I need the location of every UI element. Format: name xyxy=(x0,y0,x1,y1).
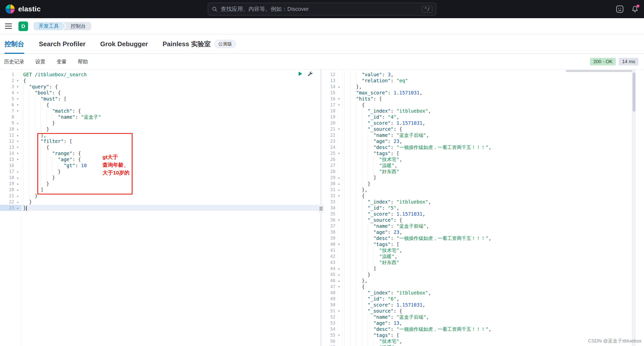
code-line[interactable]: 14▴}, xyxy=(321,84,632,90)
code-line[interactable]: 19▴} xyxy=(0,181,321,187)
code-line[interactable]: 14▾"range": { xyxy=(0,150,321,156)
code-line[interactable]: 16"gt": 10 xyxy=(0,162,321,168)
feedback-icon[interactable] xyxy=(616,5,624,13)
fold-toggle-icon[interactable]: ▾ xyxy=(335,332,342,338)
fold-toggle-icon[interactable]: ▾ xyxy=(335,96,342,102)
global-search-bar[interactable]: ^/ xyxy=(208,3,436,15)
fold-toggle-icon[interactable]: ▾ xyxy=(335,308,342,314)
code-line[interactable]: 24"desc": "一顿操作猛如虎，一看工资两千五！！！", xyxy=(321,144,632,150)
fold-toggle-icon[interactable]: ▴ xyxy=(14,132,21,138)
code-line[interactable]: 44▴] xyxy=(321,265,632,271)
settings-button[interactable]: 设置 xyxy=(35,58,45,65)
fold-toggle-icon[interactable]: ▾ xyxy=(14,78,21,84)
scrollbar-track-vertical[interactable] xyxy=(632,69,636,346)
fold-toggle-icon[interactable]: ▾ xyxy=(14,156,21,162)
fold-toggle-icon[interactable]: ▾ xyxy=(14,102,21,108)
code-line[interactable]: 30▴} xyxy=(321,181,632,187)
code-line[interactable]: 12▾"filter": [ xyxy=(0,138,321,144)
code-line[interactable]: 29▴] xyxy=(321,175,632,181)
code-line[interactable]: 28"好东西" xyxy=(321,168,632,175)
code-line[interactable]: 23"age": 23, xyxy=(321,138,632,144)
fold-toggle-icon[interactable]: ▴ xyxy=(14,187,21,193)
tab-grok-debugger[interactable]: Grok Debugger xyxy=(100,34,148,54)
code-line[interactable]: 23▴} xyxy=(0,205,321,211)
code-line[interactable]: 48"_index": "itbluebox", xyxy=(321,290,632,296)
code-line[interactable]: 45▴} xyxy=(321,271,632,278)
code-line[interactable]: 22▴} xyxy=(0,199,321,205)
history-button[interactable]: 历史记录 xyxy=(4,58,24,65)
fold-toggle-icon[interactable]: ▾ xyxy=(335,150,342,156)
code-line[interactable]: 10▴} xyxy=(0,126,321,132)
code-line[interactable]: 54"desc": "一顿操作猛如虎，一看工资两千五！！！", xyxy=(321,326,632,332)
code-line[interactable]: 50"_score": 1.1571031, xyxy=(321,302,632,308)
code-line[interactable]: 1GET /itbluebox/_search xyxy=(0,71,321,78)
tab-console[interactable]: 控制台 xyxy=(5,34,24,54)
response-viewer[interactable]: 12"value": 3,13"relation": "eq"14▴},15"m… xyxy=(321,69,632,346)
menu-hamburger-icon[interactable] xyxy=(5,23,12,29)
code-line[interactable]: 40▾"tags": [ xyxy=(321,241,632,247)
code-line[interactable]: 4▾"bool": { xyxy=(0,90,321,96)
wrench-icon[interactable] xyxy=(307,71,313,77)
fold-toggle-icon[interactable]: ▴ xyxy=(335,187,342,193)
code-line[interactable]: 17▾{ xyxy=(321,102,632,108)
fold-toggle-icon[interactable]: ▾ xyxy=(14,108,21,114)
variables-button[interactable]: 变量 xyxy=(57,58,67,65)
code-line[interactable]: 13▾{ xyxy=(0,144,321,150)
code-line[interactable]: 41"技术宅", xyxy=(321,247,632,253)
scrollbar-thumb-vertical[interactable] xyxy=(633,72,635,112)
code-line[interactable]: 25▾"tags": [ xyxy=(321,150,632,156)
code-line[interactable]: 42"温暖", xyxy=(321,253,632,259)
code-line[interactable]: 13"relation": "eq" xyxy=(321,78,632,84)
code-line[interactable]: 55▾"tags": [ xyxy=(321,332,632,338)
code-line[interactable]: 57"温暖", xyxy=(321,344,632,346)
tab-painless-lab[interactable]: Painless 实验室 公测版 xyxy=(163,34,236,54)
code-line[interactable]: 39"desc": "一顿操作猛如虎，一看工资两千五！！！", xyxy=(321,235,632,241)
fold-toggle-icon[interactable]: ▾ xyxy=(14,144,21,150)
code-line[interactable]: 26"技术宅", xyxy=(321,156,632,162)
fold-toggle-icon[interactable]: ▾ xyxy=(14,84,21,90)
code-line[interactable]: 5▾"must": [ xyxy=(0,96,321,102)
code-line[interactable]: 15"max_score": 1.1571031, xyxy=(321,90,632,96)
code-line[interactable]: 19"_id": "4", xyxy=(321,114,632,120)
request-editor[interactable]: 1GET /itbluebox/_search2▾{3▾"query": {4▾… xyxy=(0,69,321,346)
fold-toggle-icon[interactable]: ▴ xyxy=(14,199,21,205)
code-line[interactable]: 32▾{ xyxy=(321,193,632,199)
fold-toggle-icon[interactable]: ▴ xyxy=(335,265,342,271)
code-line[interactable]: 7▾"match": { xyxy=(0,108,321,114)
code-line[interactable]: 38"age": 23, xyxy=(321,229,632,235)
elastic-home-link[interactable]: elastic xyxy=(5,4,41,14)
fold-toggle-icon[interactable]: ▾ xyxy=(335,217,342,223)
code-line[interactable]: 6▾{ xyxy=(0,102,321,108)
fold-toggle-icon[interactable]: ▾ xyxy=(335,193,342,199)
code-line[interactable]: 15▾"age": { xyxy=(0,156,321,162)
fold-toggle-icon[interactable]: ▾ xyxy=(335,241,342,247)
code-line[interactable]: 21▾"_source": { xyxy=(321,126,632,132)
code-line[interactable]: 12"value": 3, xyxy=(321,71,632,78)
code-line[interactable]: 46▴}, xyxy=(321,278,632,284)
code-line[interactable]: 43"好东西" xyxy=(321,259,632,265)
fold-toggle-icon[interactable]: ▴ xyxy=(14,193,21,199)
code-line[interactable]: 21▴} xyxy=(0,193,321,199)
code-line[interactable]: 8"name": "蓝盒子" xyxy=(0,114,321,120)
breadcrumb-dev-tools[interactable]: 开发工具 xyxy=(34,22,65,30)
code-line[interactable]: 56"技术宅", xyxy=(321,338,632,344)
fold-toggle-icon[interactable]: ▴ xyxy=(335,278,342,284)
scroll-thumb-horizontal[interactable] xyxy=(566,70,635,72)
space-avatar[interactable]: D xyxy=(18,21,28,31)
code-line[interactable]: 34"_id": "5", xyxy=(321,205,632,211)
fold-toggle-icon[interactable]: ▾ xyxy=(14,90,21,96)
code-line[interactable]: 36▾"_source": { xyxy=(321,217,632,223)
code-line[interactable]: 49"_id": "6", xyxy=(321,296,632,302)
send-request-button[interactable] xyxy=(297,71,303,77)
fold-toggle-icon[interactable]: ▾ xyxy=(335,284,342,290)
tab-search-profiler[interactable]: Search Profiler xyxy=(39,34,86,54)
code-line[interactable]: 51▾"_source": { xyxy=(321,308,632,314)
fold-toggle-icon[interactable]: ▴ xyxy=(335,271,342,278)
fold-toggle-icon[interactable]: ▾ xyxy=(335,102,342,108)
fold-toggle-icon[interactable]: ▴ xyxy=(335,175,342,181)
fold-toggle-icon[interactable]: ▴ xyxy=(335,84,342,90)
fold-toggle-icon[interactable]: ▴ xyxy=(14,120,21,126)
code-line[interactable]: 47▾{ xyxy=(321,284,632,290)
fold-toggle-icon[interactable]: ▾ xyxy=(14,138,21,144)
fold-toggle-icon[interactable]: ▾ xyxy=(14,150,21,156)
